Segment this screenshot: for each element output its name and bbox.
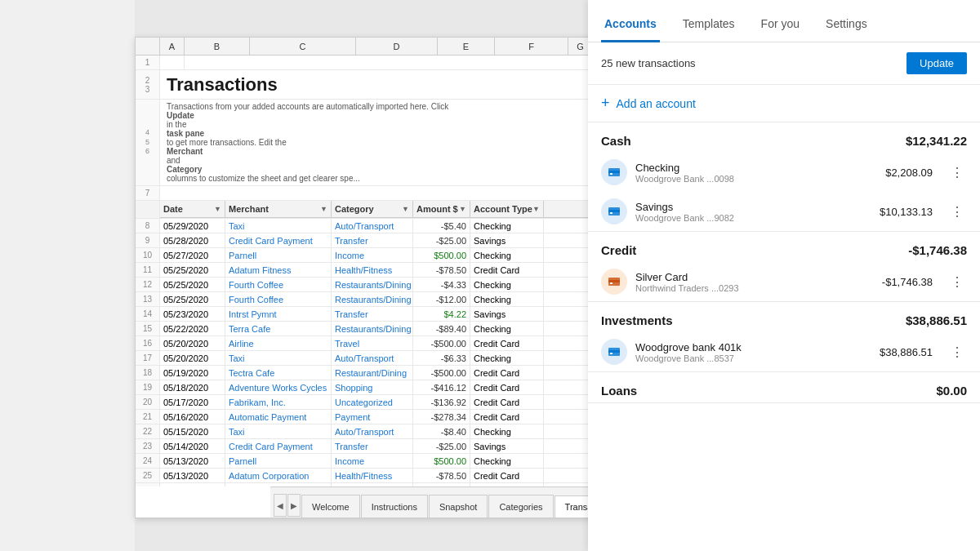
svg-rect-10 xyxy=(608,350,620,353)
tab-for-you[interactable]: For you xyxy=(758,7,803,42)
svg-rect-5 xyxy=(610,212,612,214)
tab-instructions[interactable]: Instructions xyxy=(361,495,428,518)
account-icon xyxy=(601,269,627,295)
tab-accounts[interactable]: Accounts xyxy=(601,7,660,42)
table-row: 20 05/17/2020 Fabrikam, Inc. Uncategoriz… xyxy=(136,395,595,410)
svg-rect-11 xyxy=(610,353,612,354)
right-panel: Accounts Templates For you Settings 25 n… xyxy=(588,0,980,551)
svg-rect-4 xyxy=(608,210,620,212)
account-item: Savings Woodgrove Bank ...9082 $10,133.1… xyxy=(588,192,980,231)
section-title: Cash xyxy=(601,134,631,148)
spreadsheet-content: 1 23 Transactions 456 Transactions from … xyxy=(136,56,595,487)
account-balance: $10,133.13 xyxy=(880,206,933,218)
table-row: 11 05/25/2020 Adatum Fitness Health/Fitn… xyxy=(136,263,595,278)
panel-tabs: Accounts Templates For you Settings xyxy=(588,0,980,42)
svg-rect-7 xyxy=(608,280,620,282)
table-row: 12 05/25/2020 Fourth Coffee Restaurants/… xyxy=(136,278,595,292)
account-balance: -$1,746.38 xyxy=(882,276,933,288)
svg-rect-1 xyxy=(608,171,620,173)
table-row: 14 05/23/2020 Intrst Pymnt Transfer $4.2… xyxy=(136,307,595,322)
update-bar: 25 new transactions Update xyxy=(588,42,980,85)
more-options-button[interactable]: ⋮ xyxy=(947,342,967,362)
col-date: Date ▼ xyxy=(160,201,225,218)
account-balance: $2,208.09 xyxy=(885,167,933,179)
row-sidebar-bg xyxy=(0,0,135,551)
col-header-f: F xyxy=(495,38,568,55)
spreadsheet-desc: Transactions from your added accounts ar… xyxy=(160,100,595,185)
account-item: Checking Woodgrove Bank ...0098 $2,208.0… xyxy=(588,153,980,192)
account-bank: Woodgrove Bank ...8537 xyxy=(635,353,871,363)
more-options-button[interactable]: ⋮ xyxy=(947,202,967,221)
tab-templates[interactable]: Templates xyxy=(679,7,738,42)
col-header-c: C xyxy=(250,38,356,55)
section-title: Credit xyxy=(601,243,636,257)
row-num-corner xyxy=(136,38,160,55)
table-row: 15 05/22/2020 Terra Cafe Restaurants/Din… xyxy=(136,322,595,336)
tab-welcome[interactable]: Welcome xyxy=(301,495,360,518)
account-bank: Woodgrove Bank ...9082 xyxy=(635,213,871,223)
table-row: 22 05/15/2020 Taxi Auto/Transport -$8.40… xyxy=(136,424,595,439)
account-details: Silver Card Northwind Traders ...0293 xyxy=(635,271,874,293)
data-rows-container: 8 05/29/2020 Taxi Auto/Transport -$5.40 … xyxy=(136,219,595,487)
col-header-b: B xyxy=(185,38,250,55)
sheet-tab-bar: ◀ ▶ Welcome Instructions Snapshot Catego… xyxy=(270,487,596,518)
table-row: 23 05/14/2020 Credit Card Payment Transf… xyxy=(136,439,595,454)
account-item: Woodgrove bank 401k Woodgrove Bank ...85… xyxy=(588,332,980,371)
section-header: Cash $12,341.22 xyxy=(588,122,980,153)
section-title: Investments xyxy=(601,313,673,327)
table-row: 24 05/13/2020 Parnell Income $500.00 Che… xyxy=(136,454,595,469)
col-account: Account Type ▼ xyxy=(470,201,544,218)
account-details: Savings Woodgrove Bank ...9082 xyxy=(635,201,871,223)
table-row: 17 05/20/2020 Taxi Auto/Transport -$6.33… xyxy=(136,351,595,366)
section-header: Loans $0.00 xyxy=(588,372,980,402)
tab-categories[interactable]: Categories xyxy=(488,495,553,518)
col-merchant: Merchant ▼ xyxy=(225,201,332,218)
more-options-button[interactable]: ⋮ xyxy=(947,272,967,291)
account-details: Woodgrove bank 401k Woodgrove Bank ...85… xyxy=(635,341,871,363)
account-name: Checking xyxy=(635,162,877,174)
account-section: Investments $38,886.51 Woodgrove bank 40… xyxy=(588,302,980,372)
tab-settings[interactable]: Settings xyxy=(822,7,871,42)
account-section: Cash $12,341.22 Checking Woodgrove Bank … xyxy=(588,122,980,232)
col-header-a: A xyxy=(160,38,185,55)
spreadsheet-area: A B C D E F G 1 23 Transactions 456 Tran… xyxy=(135,37,596,518)
table-row: 13 05/25/2020 Fourth Coffee Restaurants/… xyxy=(136,292,595,307)
spreadsheet-title: Transactions xyxy=(160,70,595,99)
account-details: Checking Woodgrove Bank ...0098 xyxy=(635,162,877,184)
section-total: $38,886.51 xyxy=(906,313,967,327)
tab-scroll-left[interactable]: ◀ xyxy=(274,494,287,517)
account-name: Savings xyxy=(635,201,871,213)
add-account-label: Add an account xyxy=(617,97,696,110)
section-header: Credit -$1,746.38 xyxy=(588,232,980,262)
tab-snapshot[interactable]: Snapshot xyxy=(429,495,488,518)
table-row: 8 05/29/2020 Taxi Auto/Transport -$5.40 … xyxy=(136,219,595,233)
col-header-d: D xyxy=(356,38,438,55)
col-amount: Amount $ ▼ xyxy=(413,201,470,218)
more-options-button[interactable]: ⋮ xyxy=(947,162,967,182)
svg-rect-2 xyxy=(610,173,612,175)
col-header-e: E xyxy=(438,38,495,55)
account-section: Loans $0.00 xyxy=(588,372,980,403)
table-row: 10 05/27/2020 Parnell Income $500.00 Che… xyxy=(136,248,595,263)
account-item: Silver Card Northwind Traders ...0293 -$… xyxy=(588,262,980,301)
table-row: 19 05/18/2020 Adventure Works Cycles Sho… xyxy=(136,380,595,395)
account-name: Woodgrove bank 401k xyxy=(635,341,871,353)
table-row: 23 Transactions xyxy=(136,70,595,100)
account-name: Silver Card xyxy=(635,271,874,283)
table-row: 21 05/16/2020 Automatic Payment Payment … xyxy=(136,410,595,424)
section-total: -$1,746.38 xyxy=(908,243,967,257)
table-row: 7 xyxy=(136,186,595,201)
plus-icon: + xyxy=(601,95,610,112)
update-button[interactable]: Update xyxy=(906,52,967,74)
section-header: Investments $38,886.51 xyxy=(588,302,980,332)
table-row: 18 05/19/2020 Tectra Cafe Restaurant/Din… xyxy=(136,366,595,380)
column-header-bar: A B C D E F G xyxy=(136,38,595,56)
account-section: Credit -$1,746.38 Silver Card Northwind … xyxy=(588,232,980,302)
svg-rect-8 xyxy=(610,282,612,284)
add-account-row[interactable]: + Add an account xyxy=(588,85,980,122)
account-icon xyxy=(601,339,627,365)
table-row: 16 05/20/2020 Airline Travel -$500.00 Cr… xyxy=(136,336,595,351)
account-icon xyxy=(601,159,627,185)
accounts-scroll[interactable]: Cash $12,341.22 Checking Woodgrove Bank … xyxy=(588,122,980,551)
tab-scroll-right[interactable]: ▶ xyxy=(287,494,301,517)
